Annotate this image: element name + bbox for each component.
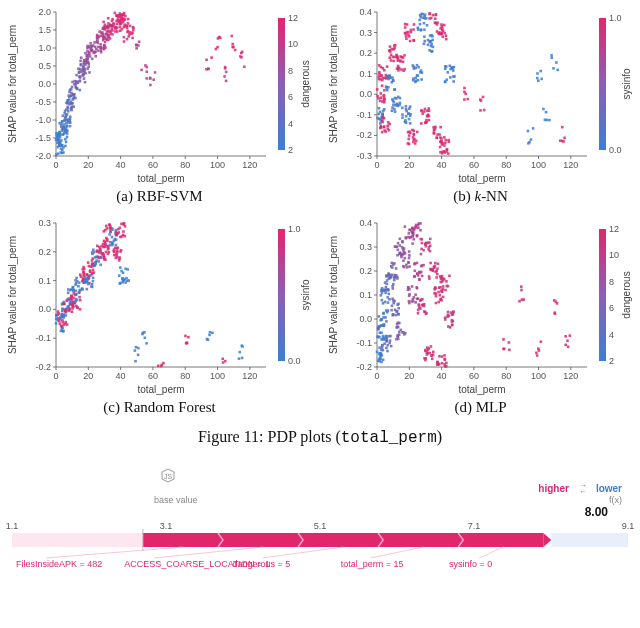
svg-rect-654 [406, 23, 409, 26]
svg-rect-782 [441, 35, 444, 38]
svg-rect-404 [137, 44, 140, 47]
svg-rect-1579 [429, 238, 432, 241]
svg-rect-348 [112, 25, 115, 28]
svg-rect-1620 [438, 294, 441, 297]
svg-rect-716 [427, 107, 430, 110]
svg-rect-833 [463, 87, 466, 90]
svg-rect-1346 [388, 298, 391, 301]
svg-rect-1684 [448, 315, 451, 318]
svg-text:0.2: 0.2 [359, 266, 372, 276]
svg-rect-1689 [502, 338, 505, 341]
svg-rect-999 [71, 303, 74, 306]
svg-rect-1672 [444, 316, 447, 319]
svg-rect-598 [391, 106, 394, 109]
svg-rect-1212 [137, 354, 140, 357]
svg-rect-1004 [75, 277, 78, 280]
svg-rect-1704 [554, 312, 557, 315]
svg-rect-204 [80, 70, 83, 73]
svg-rect-538 [381, 119, 384, 122]
svg-rect-1001 [78, 296, 81, 299]
panel-d: -0.2-0.10.00.10.20.30.4020406080100120to… [325, 217, 636, 422]
svg-text:-0.2: -0.2 [35, 362, 51, 372]
svg-rect-1427 [401, 241, 404, 244]
svg-rect-785 [443, 24, 446, 27]
svg-rect-1039 [83, 273, 86, 276]
svg-rect-517 [386, 65, 389, 68]
svg-rect-1053 [87, 283, 90, 286]
svg-rect-1158 [109, 244, 112, 247]
svg-rect-948 [60, 313, 63, 316]
svg-rect-1541 [420, 265, 423, 268]
svg-rect-742 [423, 42, 426, 45]
svg-rect-414 [152, 78, 155, 81]
svg-rect-1695 [520, 285, 523, 288]
svg-rect-172 [71, 81, 74, 84]
svg-marker-1728 [543, 533, 551, 547]
svg-text:40: 40 [116, 371, 126, 381]
svg-rect-850 [542, 108, 545, 111]
svg-line-1735 [263, 547, 344, 558]
svg-rect-1699 [538, 349, 541, 352]
svg-rect-557 [386, 89, 389, 92]
svg-text:0.4: 0.4 [359, 7, 372, 17]
svg-rect-1329 [384, 316, 387, 319]
svg-rect-1631 [442, 296, 445, 299]
svg-rect-983 [67, 292, 70, 295]
svg-rect-1407 [396, 303, 399, 306]
svg-rect-1469 [405, 264, 408, 267]
svg-rect-113 [62, 127, 65, 130]
svg-rect-541 [381, 131, 384, 134]
svg-rect-398 [128, 33, 131, 36]
svg-rect-488 [383, 97, 386, 100]
svg-rect-578 [390, 54, 393, 57]
svg-rect-1067 [91, 257, 94, 260]
svg-rect-44 [55, 153, 58, 156]
svg-text:8: 8 [609, 277, 614, 287]
svg-rect-413 [149, 77, 152, 80]
svg-rect-1501 [411, 285, 414, 288]
svg-text:0.0: 0.0 [359, 314, 372, 324]
svg-rect-1364 [390, 345, 393, 348]
svg-rect-134 [63, 112, 66, 115]
svg-rect-599 [394, 97, 397, 100]
svg-rect-1054 [91, 286, 94, 289]
svg-rect-1072 [86, 273, 89, 276]
svg-rect-411 [149, 84, 152, 87]
svg-rect-1417 [392, 313, 395, 316]
svg-rect-1241 [238, 357, 241, 360]
svg-rect-625 [408, 118, 411, 121]
svg-text:40: 40 [437, 160, 447, 170]
svg-rect-1351 [389, 339, 392, 342]
svg-rect-726 [423, 110, 426, 113]
svg-text:-0.2: -0.2 [356, 362, 372, 372]
svg-rect-1525 [419, 222, 422, 225]
svg-rect-1137 [108, 227, 111, 230]
svg-rect-1215 [134, 349, 137, 352]
svg-rect-1693 [520, 289, 523, 292]
svg-rect-1013 [75, 282, 78, 285]
svg-rect-1075 [92, 268, 95, 271]
svg-rect-1505 [407, 288, 410, 291]
svg-rect-369 [119, 29, 122, 32]
svg-rect-1149 [111, 236, 114, 239]
svg-rect-1561 [417, 297, 420, 300]
svg-rect-138 [72, 105, 75, 108]
svg-rect-482 [379, 92, 382, 95]
svg-rect-191 [75, 82, 78, 85]
svg-rect-1309 [382, 336, 385, 339]
svg-rect-727 [424, 108, 427, 111]
svg-text:SHAP value for total_perm: SHAP value for total_perm [328, 25, 339, 143]
svg-rect-855 [550, 54, 553, 57]
svg-rect-832 [463, 98, 466, 101]
force-bar: 1.13.15.17.19.1FilesInsideAPK = 482ACCES… [4, 519, 636, 575]
svg-rect-1691 [518, 300, 521, 303]
svg-rect-377 [119, 26, 122, 29]
svg-text:total_perm = 15: total_perm = 15 [341, 559, 404, 569]
svg-rect-1418 [395, 314, 398, 317]
svg-rect-569 [388, 50, 391, 53]
svg-rect-1281 [376, 350, 379, 353]
svg-rect-800 [443, 136, 446, 139]
svg-rect-1207 [119, 282, 122, 285]
svg-rect-1088 [91, 253, 94, 256]
svg-rect-186 [83, 77, 86, 80]
